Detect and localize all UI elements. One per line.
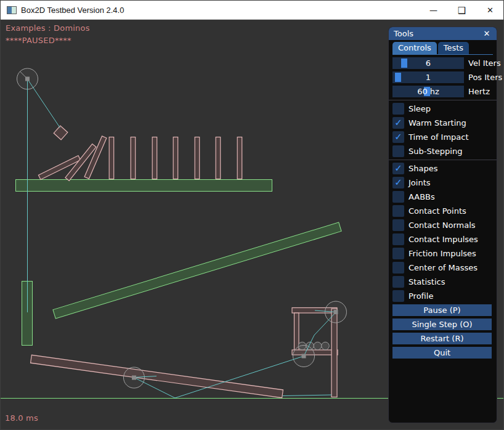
- checkmark-icon: ✓: [394, 132, 402, 142]
- sleeping-ball-4[interactable]: [322, 342, 330, 350]
- checkbox-aabbs[interactable]: ✓: [392, 191, 404, 203]
- joint-anchor-pendulum: [25, 77, 30, 81]
- vel-iters-value: 6: [392, 57, 464, 69]
- quit-button[interactable]: Quit: [392, 347, 492, 359]
- checkmark-icon: ✓: [394, 118, 402, 128]
- checkbox-row-contact-points[interactable]: ✓ Contact Points: [392, 205, 493, 217]
- checkbox-row-shapes[interactable]: ✓ Shapes: [392, 163, 493, 174]
- standing-domino-3[interactable]: [152, 137, 157, 179]
- example-name-label: Examples : Dominos: [6, 23, 90, 33]
- checkbox-sleep[interactable]: ✓: [392, 103, 404, 115]
- paused-status-label: ****PAUSED****: [6, 36, 71, 45]
- maximize-button[interactable]: ❑: [452, 1, 471, 20]
- hertz-slider[interactable]: 60 hz: [392, 86, 464, 97]
- checkbox-sub-stepping[interactable]: ✓: [392, 145, 404, 157]
- checkbox-shapes[interactable]: ✓: [392, 163, 404, 174]
- checkbox-row-friction-impulses[interactable]: ✓ Friction Impulses: [392, 248, 493, 259]
- checkbox-time-of-impact[interactable]: ✓: [392, 131, 404, 143]
- checkbox-label: Friction Impulses: [408, 249, 476, 258]
- checkbox-label: Shapes: [408, 164, 437, 173]
- checkbox-row-aabbs[interactable]: ✓ AABBs: [392, 191, 493, 203]
- tools-close-icon[interactable]: ✕: [482, 29, 492, 38]
- hertz-value: 60 hz: [392, 86, 464, 97]
- checkbox-row-contact-normals[interactable]: ✓ Contact Normals: [392, 219, 493, 231]
- checkbox-friction-impulses[interactable]: ✓: [392, 248, 404, 259]
- joint-anchor-pulley: [334, 310, 338, 314]
- checkbox-profile[interactable]: ✓: [392, 290, 404, 302]
- minimize-button[interactable]: —: [424, 1, 443, 20]
- standing-domino-7[interactable]: [237, 137, 242, 179]
- joint-anchor-mid: [302, 354, 306, 359]
- checkbox-label: Warm Starting: [408, 118, 466, 128]
- checkbox-joints[interactable]: ✓: [392, 177, 404, 189]
- standing-domino-5[interactable]: [195, 137, 200, 179]
- vel-iters-label: Vel Iters: [468, 59, 501, 68]
- checkmark-icon: ✓: [394, 164, 402, 173]
- tilting-plank[interactable]: [31, 355, 283, 398]
- window-title: Box2D Testbed Version 2.4.0: [21, 6, 124, 15]
- checkbox-label: Contact Points: [408, 206, 466, 216]
- single-step-button[interactable]: Single Step (O): [392, 318, 492, 330]
- checkbox-label: Time of Impact: [408, 132, 469, 142]
- tools-tabbar: Controls Tests: [392, 42, 493, 55]
- restart-button[interactable]: Restart (R): [392, 333, 492, 344]
- checkbox-label: Statistics: [408, 277, 445, 286]
- checkbox-label: Joints: [408, 178, 431, 187]
- vel-iters-slider[interactable]: 6: [392, 57, 464, 69]
- joint-rope-ground: [283, 395, 331, 396]
- tools-panel-titlebar[interactable]: Tools ✕: [389, 27, 497, 40]
- close-button[interactable]: ✕: [481, 1, 500, 20]
- checkbox-label: Sub-Stepping: [408, 147, 462, 156]
- pos-iters-row: 1 Pos Iters: [392, 71, 493, 83]
- hertz-row: 60 hz Hertz: [392, 86, 493, 97]
- swinging-box[interactable]: [54, 126, 68, 140]
- standing-domino-6[interactable]: [216, 137, 221, 179]
- tools-panel-title: Tools: [394, 29, 413, 38]
- checkbox-row-statistics[interactable]: ✓ Statistics: [392, 276, 493, 288]
- checkbox-row-sub-stepping[interactable]: ✓ Sub-Stepping: [392, 145, 493, 157]
- frame-time-label: 18.0 ms: [5, 413, 38, 423]
- checkbox-contact-impulses[interactable]: ✓: [392, 233, 404, 245]
- tools-panel: Tools ✕ Controls Tests 6 Vel Iters 1 Pos…: [388, 26, 497, 423]
- checkbox-row-sleep[interactable]: ✓ Sleep: [392, 103, 493, 115]
- checkbox-label: Contact Normals: [408, 221, 476, 230]
- checkbox-row-joints[interactable]: ✓ Joints: [392, 177, 493, 189]
- sleeping-ball-3[interactable]: [314, 342, 322, 350]
- pos-iters-slider[interactable]: 1: [392, 71, 464, 83]
- checkbox-label: Contact Impulses: [408, 235, 478, 244]
- window-titlebar[interactable]: Box2D Testbed Version 2.4.0 — ❑ ✕: [1, 1, 504, 20]
- frame-left-post[interactable]: [295, 313, 299, 351]
- standing-domino-4[interactable]: [173, 137, 178, 179]
- checkbox-row-center-of-masses[interactable]: ✓ Center of Masses: [392, 262, 493, 274]
- pos-iters-label: Pos Iters: [468, 73, 502, 82]
- joint-anchor-plank: [132, 376, 136, 380]
- checkbox-label: Center of Masses: [408, 263, 478, 272]
- static-platform: [16, 180, 272, 192]
- checkbox-label: Profile: [408, 291, 433, 301]
- tab-tests[interactable]: Tests: [438, 42, 469, 54]
- checkbox-center-of-masses[interactable]: ✓: [392, 262, 404, 274]
- box2d-testbed-window: { "window": { "title": "Box2D Testbed Ve…: [0, 0, 504, 430]
- standing-domino-1[interactable]: [109, 137, 114, 179]
- separator: [389, 160, 497, 160]
- checkmark-icon: ✓: [394, 178, 402, 187]
- hertz-label: Hertz: [468, 87, 490, 96]
- checkbox-row-contact-impulses[interactable]: ✓ Contact Impulses: [392, 233, 493, 245]
- standing-domino-2[interactable]: [131, 137, 136, 179]
- checkbox-row-profile[interactable]: ✓ Profile: [392, 290, 493, 302]
- pause-button[interactable]: Pause (P): [392, 304, 492, 316]
- app-icon[interactable]: [7, 6, 17, 14]
- checkbox-row-time-of-impact[interactable]: ✓ Time of Impact: [392, 131, 493, 143]
- separator: [389, 100, 497, 100]
- checkbox-label: Sleep: [408, 104, 431, 113]
- tab-controls[interactable]: Controls: [392, 42, 437, 54]
- joint-rope-pendulum: [28, 79, 60, 128]
- checkbox-label: AABBs: [408, 192, 435, 201]
- checkbox-contact-normals[interactable]: ✓: [392, 219, 404, 231]
- checkbox-contact-points[interactable]: ✓: [392, 205, 404, 217]
- static-ramp: [53, 222, 341, 318]
- checkbox-warm-starting[interactable]: ✓: [392, 117, 404, 129]
- checkbox-statistics[interactable]: ✓: [392, 276, 404, 288]
- pos-iters-value: 1: [392, 71, 464, 83]
- checkbox-row-warm-starting[interactable]: ✓ Warm Starting: [392, 117, 493, 129]
